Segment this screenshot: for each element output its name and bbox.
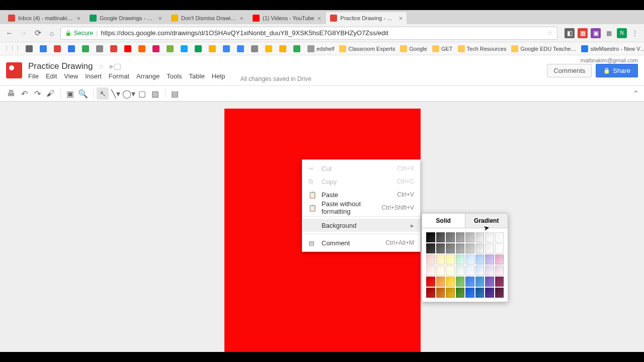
color-swatch[interactable] (465, 243, 474, 253)
select-tool-icon[interactable]: ↖ (97, 87, 109, 100)
color-swatch[interactable] (446, 277, 455, 287)
collapse-icon[interactable]: ⌃ (632, 89, 639, 99)
color-swatch[interactable] (475, 254, 485, 264)
shape-tool-icon[interactable]: ◯▾ (123, 87, 135, 100)
color-swatch[interactable] (485, 243, 494, 253)
canvas[interactable]: ✂CutCtrl+X⧉CopyCtrl+C📋PasteCtrl+V📋Paste … (0, 102, 644, 352)
bookmark-item[interactable] (124, 45, 133, 52)
redo-icon[interactable]: ↷ (31, 87, 43, 100)
fit-icon[interactable]: ▣ (64, 87, 76, 100)
color-swatch[interactable] (426, 232, 435, 242)
ext-icon[interactable]: ▦ (604, 28, 614, 38)
color-swatch[interactable] (436, 265, 445, 276)
color-swatch[interactable] (436, 277, 445, 287)
bookmark-item[interactable] (26, 45, 35, 52)
browser-tab[interactable]: Don't Dismiss Drawings…× (167, 12, 248, 24)
close-icon[interactable]: × (317, 15, 321, 22)
menu-edit[interactable]: Edit (46, 72, 57, 80)
move-folder-icon[interactable]: ▸▢ (110, 61, 121, 71)
color-swatch[interactable] (475, 265, 485, 276)
color-swatch[interactable] (446, 243, 455, 253)
bookmark-item[interactable]: edshelf (307, 45, 334, 52)
color-swatch[interactable] (495, 254, 504, 264)
color-swatch[interactable] (456, 243, 465, 253)
bookmark-item[interactable] (54, 45, 63, 52)
color-swatch[interactable] (475, 277, 485, 287)
comments-button[interactable]: Comments (547, 64, 592, 77)
browser-tab[interactable]: Practice Drawing - Goog…× (326, 12, 407, 24)
color-swatch[interactable] (456, 254, 465, 264)
bookmark-item[interactable] (181, 45, 190, 52)
color-swatch[interactable] (475, 288, 485, 298)
context-paste[interactable]: 📋PasteCtrl+V (302, 188, 420, 201)
bookmark-item[interactable]: siteMaestro - New V… (581, 45, 644, 52)
document-name[interactable]: Practice Drawing (28, 61, 93, 71)
bookmark-item[interactable] (237, 45, 246, 52)
ext-icon[interactable]: ▣ (591, 28, 601, 38)
star-icon[interactable]: ☆ (98, 62, 105, 70)
forward-button[interactable]: → (18, 28, 29, 39)
close-icon[interactable]: × (399, 15, 403, 22)
color-swatch[interactable] (456, 265, 465, 276)
color-swatch[interactable] (485, 277, 494, 287)
image-tool-icon[interactable]: ▧ (149, 87, 161, 100)
close-icon[interactable]: × (158, 15, 162, 22)
color-swatch[interactable] (456, 277, 465, 287)
bookmark-item[interactable] (82, 45, 91, 52)
browser-tab[interactable]: Inbox (4) - mattinakim…× (4, 12, 85, 24)
menu-arrange[interactable]: Arrange (136, 72, 159, 80)
color-swatch[interactable] (446, 265, 455, 276)
color-swatch[interactable] (495, 288, 504, 298)
context-background[interactable]: Background▸ (302, 219, 420, 232)
color-tab-gradient[interactable]: Gradient (465, 214, 508, 228)
color-swatch[interactable] (485, 265, 494, 276)
color-swatch[interactable] (436, 288, 445, 298)
bookmark-item[interactable] (209, 45, 218, 52)
browser-tab[interactable]: (1) Videos - YouTube× (249, 12, 325, 24)
color-tab-solid[interactable]: Solid (422, 214, 465, 228)
color-swatch[interactable] (495, 232, 504, 242)
bookmark-item[interactable]: Classroom Experts (339, 45, 395, 52)
bookmark-item[interactable] (68, 45, 77, 52)
textbox-tool-icon[interactable]: ▢ (136, 87, 148, 100)
color-swatch[interactable] (485, 288, 494, 298)
print-icon[interactable]: 🖶 (5, 87, 17, 100)
bookmark-item[interactable] (251, 45, 260, 52)
color-swatch[interactable] (465, 254, 474, 264)
color-swatch[interactable] (426, 254, 435, 264)
color-swatch[interactable] (426, 277, 435, 287)
menu-icon[interactable]: ⋮ (630, 28, 640, 38)
color-swatch[interactable] (436, 232, 445, 242)
menu-format[interactable]: Format (109, 72, 129, 80)
color-swatch[interactable] (465, 265, 474, 276)
close-icon[interactable]: × (76, 15, 80, 22)
color-swatch[interactable] (436, 243, 445, 253)
menu-view[interactable]: View (64, 72, 78, 80)
bookmark-item[interactable] (167, 45, 176, 52)
color-swatch[interactable] (485, 254, 494, 264)
color-swatch[interactable] (456, 288, 465, 298)
bookmark-item[interactable] (279, 45, 288, 52)
bookmark-item[interactable] (96, 45, 105, 52)
color-swatch[interactable] (465, 232, 474, 242)
menu-help[interactable]: Help (212, 72, 225, 80)
color-swatch[interactable] (475, 232, 485, 242)
home-button[interactable]: ⌂ (46, 28, 57, 39)
browser-tab[interactable]: Google Drawings - Goog…× (86, 12, 166, 24)
undo-icon[interactable]: ↶ (18, 87, 30, 100)
color-swatch[interactable] (475, 243, 485, 253)
user-email[interactable]: mattinakim@gmail.com (581, 57, 638, 63)
line-tool-icon[interactable]: ╲▾ (110, 87, 122, 100)
color-swatch[interactable] (465, 277, 474, 287)
bookmark-item[interactable]: Tech Resources (458, 45, 507, 52)
paint-format-icon[interactable]: 🖌 (44, 87, 56, 100)
color-swatch[interactable] (446, 288, 455, 298)
color-swatch[interactable] (426, 243, 435, 253)
bookmark-item[interactable]: Google EDU Teache… (511, 45, 576, 52)
bookmark-item[interactable] (138, 45, 147, 52)
color-swatch[interactable] (426, 288, 435, 298)
menu-tools[interactable]: Tools (167, 72, 182, 80)
menu-file[interactable]: File (28, 72, 39, 80)
color-swatch[interactable] (426, 265, 435, 276)
bookmark-item[interactable] (110, 45, 119, 52)
